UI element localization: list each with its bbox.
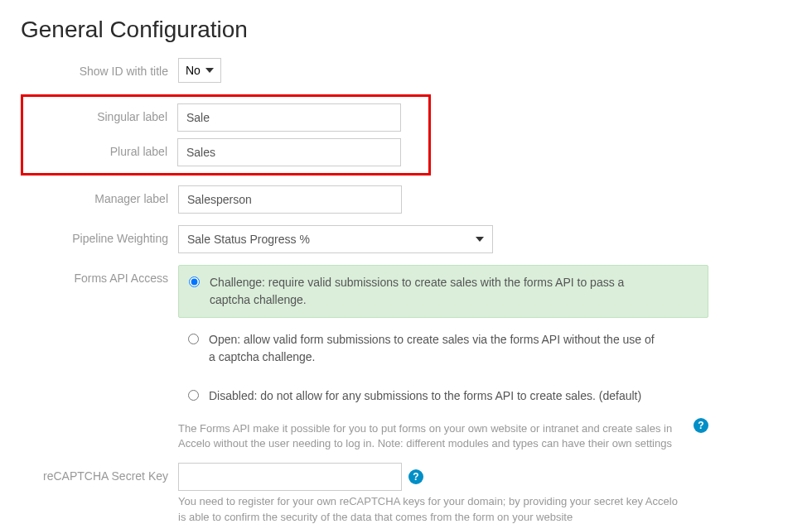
radio-open-label: Open: allow valid form submissions to cr… bbox=[209, 331, 656, 366]
radio-challenge[interactable] bbox=[189, 276, 200, 287]
manager-row: Manager label bbox=[21, 185, 791, 214]
radio-option-open[interactable]: Open: allow valid form submissions to cr… bbox=[178, 323, 708, 374]
plural-input[interactable] bbox=[177, 138, 401, 166]
recaptcha-row: reCAPTCHA Secret Key ? You need to regis… bbox=[21, 463, 791, 524]
forms-api-radio-group: Challenge: require valid submissions to … bbox=[178, 265, 708, 418]
singular-input[interactable] bbox=[177, 103, 401, 132]
forms-api-label: Forms API Access bbox=[21, 265, 178, 285]
show-id-row: Show ID with title No bbox=[21, 58, 791, 83]
forms-api-help-text: The Forms API make it possible for you t… bbox=[178, 421, 687, 451]
manager-label: Manager label bbox=[21, 185, 178, 205]
manager-input[interactable] bbox=[178, 185, 402, 214]
radio-option-challenge[interactable]: Challenge: require valid submissions to … bbox=[178, 265, 708, 318]
radio-disabled-label: Disabled: do not allow for any submissio… bbox=[209, 387, 641, 405]
recaptcha-input[interactable] bbox=[178, 463, 402, 491]
show-id-select[interactable]: No bbox=[178, 58, 221, 83]
plural-row: Plural label bbox=[23, 138, 428, 166]
singular-label: Singular label bbox=[23, 103, 177, 123]
pipeline-label: Pipeline Weighting bbox=[21, 225, 178, 245]
show-id-label: Show ID with title bbox=[21, 58, 178, 78]
recaptcha-help-text: You need to register for your own reCAPT… bbox=[178, 494, 688, 524]
radio-disabled[interactable] bbox=[188, 390, 199, 401]
page-title: General Configuration bbox=[21, 17, 791, 43]
plural-label: Plural label bbox=[23, 138, 177, 158]
singular-row: Singular label bbox=[23, 103, 428, 132]
forms-api-row: Forms API Access Challenge: require vali… bbox=[21, 265, 791, 451]
highlight-box: Singular label Plural label bbox=[21, 94, 431, 175]
pipeline-select[interactable]: Sale Status Progress % bbox=[178, 225, 493, 253]
pipeline-row: Pipeline Weighting Sale Status Progress … bbox=[21, 225, 791, 253]
help-icon[interactable]: ? bbox=[694, 418, 708, 433]
radio-option-disabled[interactable]: Disabled: do not allow for any submissio… bbox=[178, 379, 708, 413]
radio-challenge-label: Challenge: require valid submissions to … bbox=[210, 274, 657, 309]
help-icon[interactable]: ? bbox=[408, 469, 423, 484]
radio-open[interactable] bbox=[188, 334, 199, 344]
recaptcha-label: reCAPTCHA Secret Key bbox=[21, 463, 178, 483]
